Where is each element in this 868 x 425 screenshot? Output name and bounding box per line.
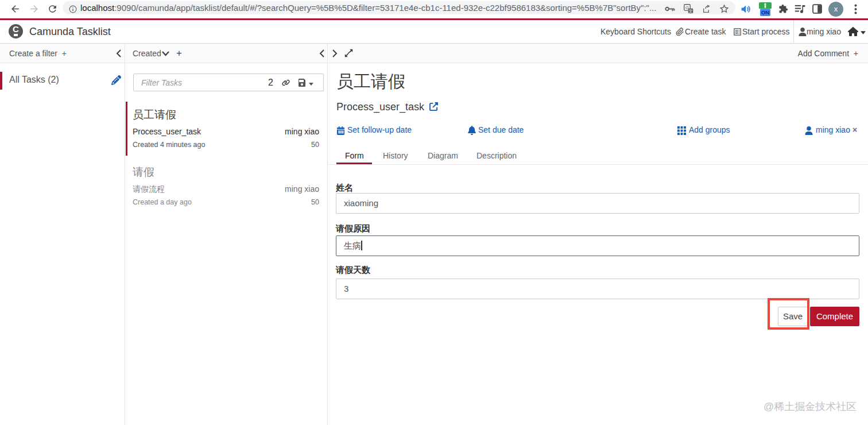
- svg-text:文: 文: [689, 9, 693, 14]
- svg-text:ON: ON: [761, 9, 769, 16]
